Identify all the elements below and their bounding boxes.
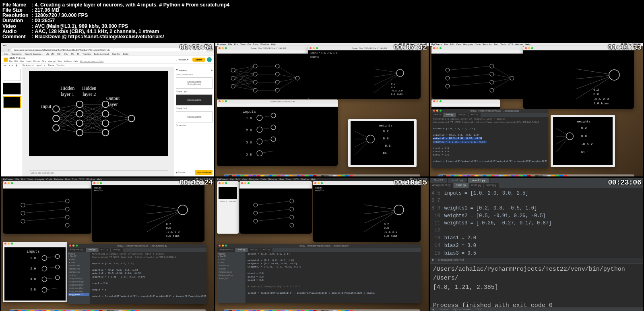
svg-line-31 <box>105 118 131 133</box>
svg-point-143 <box>42 277 47 282</box>
preview-window-3[interactable]: Screen Shot 2020-04-25 at inputs 1.0 2.0… <box>217 100 338 166</box>
url-field[interactable]: docs.google.com/presentation/d/1ZWjOwFpO… <box>11 48 207 52</box>
theme-card[interactable]: Click to add title <box>176 94 213 106</box>
slides-header: ANN Tutorial FileEditViewInsertFormatSli… <box>1 56 214 63</box>
code-editor[interactable]: #Creating a simple layer of neurons, wit… <box>90 252 206 304</box>
svg-line-60 <box>277 66 297 78</box>
preview-window[interactable] <box>431 46 524 99</box>
svg-point-91 <box>271 137 276 141</box>
svg-line-99 <box>448 82 492 86</box>
preview-window[interactable] <box>3 181 91 234</box>
svg-point-106 <box>446 84 450 88</box>
timestamp: 00:15:24 <box>180 178 213 187</box>
project-tree[interactable]: Project▾ Test22 ▸ venv▸ data archdex.xms… <box>217 252 246 303</box>
svg-point-71 <box>275 64 279 68</box>
preview-inputs[interactable]: inputs 1.0 2.0 3.0 2.5 <box>3 242 67 302</box>
svg-line-28 <box>105 104 131 118</box>
svg-point-141 <box>42 255 47 260</box>
pycharm-window[interactable]: Test22 [~/PycharmProjects/Test22] - .../… <box>431 109 548 168</box>
svg-point-147 <box>56 276 60 280</box>
avatar[interactable] <box>207 57 212 62</box>
preview-window-4[interactable]: weights 0.2 0.8 -0.5 bi <box>348 119 417 167</box>
svg-line-112 <box>576 69 614 75</box>
share-button[interactable]: Share <box>192 58 206 62</box>
run-console[interactable]: /Users/achalac/PycharmProjects/Test22/ve… <box>430 263 643 307</box>
preview-weights[interactable]: weights 0.2 0.8 -0.5 2 bi : <box>551 115 615 167</box>
theme-card[interactable]: Click to add title <box>176 111 213 122</box>
thumb-1[interactable] <box>3 69 21 81</box>
preview-window-1[interactable]: Screen Shot 2020-04-25 at 1:13:40 PM <box>217 46 310 99</box>
present-button[interactable]: ▯ Present ▾ <box>173 57 191 62</box>
preview-big[interactable]: 0.20.8-0.5 2.01.0 bias <box>523 46 634 109</box>
main-slide: Input Hiddenlayer 1 Hiddenlayer 2 Output… <box>29 71 168 156</box>
svg-point-39 <box>102 101 109 108</box>
svg-point-151 <box>254 203 258 207</box>
slides-logo-icon <box>4 58 8 62</box>
doc-title[interactable]: ANN Tutorial <box>9 57 172 60</box>
import-theme-button[interactable]: Import theme <box>195 170 213 175</box>
svg-line-54 <box>233 82 255 86</box>
svg-point-144 <box>42 287 47 292</box>
mac-dock[interactable] <box>224 174 420 176</box>
svg-point-153 <box>254 219 258 223</box>
svg-point-152 <box>254 211 258 215</box>
bookmarks-bar: AppsBookmarksKawshik Downloa…LIU - UMOSI… <box>1 52 214 56</box>
svg-point-105 <box>446 76 450 80</box>
svg-point-68 <box>253 72 257 76</box>
svg-point-129 <box>65 207 69 211</box>
mac-dock[interactable] <box>10 309 206 311</box>
timestamp: 00:23:06 <box>608 178 641 187</box>
slide-thumbnails[interactable] <box>1 67 23 176</box>
svg-point-145 <box>56 254 60 258</box>
svg-point-162 <box>394 205 404 215</box>
svg-line-97 <box>448 66 492 70</box>
svg-point-33 <box>53 115 59 122</box>
pycharm-window[interactable]: Test22 [~/PycharmProjects/Test22] - .../… <box>68 244 206 304</box>
svg-line-76 <box>374 69 400 73</box>
svg-point-34 <box>53 124 59 131</box>
slide-canvas[interactable]: Input Hiddenlayer 1 Hiddenlayer 2 Output… <box>23 67 174 176</box>
svg-point-111 <box>510 76 514 80</box>
close-icon[interactable]: × <box>211 69 213 72</box>
preview-window[interactable] <box>239 181 312 234</box>
svg-line-4 <box>56 104 80 118</box>
svg-point-146 <box>56 265 60 269</box>
run-tab-bar[interactable]: ▶MessagesendToPort <box>430 258 643 263</box>
explore-button[interactable]: ◆ Explore <box>176 170 194 175</box>
svg-point-70 <box>253 88 257 92</box>
code-editor[interactable]: inputs = [1.0, 2.0, 3.0, 2.5] weights1 =… <box>246 252 421 303</box>
preview-thumbs[interactable]: Screen S… 23:40 PM <box>217 181 239 234</box>
speaker-notes[interactable]: Click to add speaker notes <box>29 170 168 175</box>
line-gutter: 4 5 6 7 8 9 10 11 12 13 14 15 16 17 18 1… <box>431 190 440 258</box>
thumb-3[interactable] <box>3 96 21 108</box>
timestamp: 00:19:15 <box>394 178 427 187</box>
code-editor[interactable]: 4 5 6 7 8 9 10 11 12 13 14 15 16 17 18 1… <box>430 188 643 258</box>
svg-line-61 <box>277 74 297 78</box>
svg-line-53 <box>233 74 255 86</box>
svg-point-80 <box>396 69 404 77</box>
svg-point-116 <box>609 70 619 80</box>
theme-card[interactable]: Click to add titleClick to add subtitle <box>176 77 213 89</box>
svg-line-150 <box>256 217 292 221</box>
svg-line-132 <box>147 205 183 210</box>
svg-line-101 <box>492 74 512 78</box>
thumb-2[interactable] <box>3 83 21 95</box>
svg-point-110 <box>490 88 494 92</box>
preview-big[interactable]: inputsweights 0.20.8-0.5 2.01.0 bias <box>313 181 421 242</box>
project-tree[interactable]: Project ▾ Test22 ▸ venv ▸ data archdex.x… <box>68 252 90 304</box>
slides-menu[interactable]: FileEditViewInsertFormatSlideArrangeTool… <box>9 60 172 62</box>
svg-point-142 <box>42 266 47 271</box>
slides-toolbar[interactable]: + ▾↶ ↷🖨| BackgroundLayout▾ThemeTransitio… <box>1 63 214 67</box>
mac-dock[interactable] <box>224 309 420 311</box>
frame-2: 00:07:42 Preview FileEditViewGoToolsWind… <box>215 43 428 176</box>
preview-big[interactable]: inputsweights 0.20.8-0.5 2.01.0 bias <box>92 181 204 242</box>
svg-point-38 <box>76 129 83 136</box>
svg-point-155 <box>290 207 294 211</box>
code-editor[interactable]: #Creating a simple layer of neurons, wit… <box>431 117 548 168</box>
pycharm-window[interactable]: Test22 [~/PycharmProjects/Test22] - .../… <box>217 244 421 303</box>
timestamp: 00:11:33 <box>608 44 641 52</box>
svg-line-9 <box>56 114 80 128</box>
preview-window-2[interactable]: Screen Shot 2020-04-25 at 1:13:40 PM inp… <box>308 46 421 99</box>
mac-dock[interactable] <box>438 174 634 176</box>
svg-point-109 <box>490 80 494 84</box>
